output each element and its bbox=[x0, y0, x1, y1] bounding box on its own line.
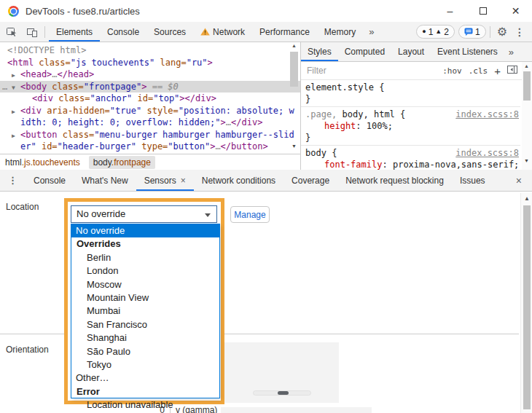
elements-code-line[interactable]: ▶<button class="menu-burger hamburger ha… bbox=[0, 129, 300, 141]
close-button[interactable]: ✕ bbox=[499, 0, 532, 22]
drawer-tab-network-request-blocking[interactable]: Network request blocking bbox=[337, 170, 452, 191]
location-option-san-francisco[interactable]: San Francisco bbox=[71, 318, 219, 331]
location-option-no-override[interactable]: No override bbox=[71, 224, 219, 237]
stylesheet-link[interactable]: index.scss:8 bbox=[455, 147, 519, 159]
treewalker-collapse-icon[interactable]: ▶ bbox=[12, 70, 20, 81]
tab-console[interactable]: Console bbox=[100, 22, 146, 42]
tab-layout[interactable]: Layout bbox=[391, 42, 431, 61]
tab-memory[interactable]: Memory bbox=[317, 22, 363, 42]
close-brace: } bbox=[305, 93, 520, 105]
tab-network[interactable]: Network bbox=[193, 22, 252, 42]
pseudo-class-toggle[interactable]: :hov bbox=[442, 66, 462, 76]
breadcrumb-item-body[interactable]: body.frontpage bbox=[89, 156, 155, 169]
code-token: id= bbox=[138, 93, 154, 103]
new-style-rule-button[interactable]: + bbox=[494, 65, 501, 77]
location-option-mumbai[interactable]: Mumbai bbox=[71, 304, 219, 318]
drawer-close-icon[interactable]: × bbox=[506, 175, 532, 186]
scroll-down-icon[interactable]: ▼ bbox=[289, 143, 299, 149]
location-option-s-o-paulo[interactable]: São Paulo bbox=[71, 345, 219, 358]
device-toolbar-icon[interactable] bbox=[23, 23, 41, 42]
scroll-down-icon[interactable]: ▼ bbox=[522, 158, 531, 163]
css-rule[interactable]: body {index.scss:8font-family: proxima-n… bbox=[301, 146, 520, 170]
location-option-other[interactable]: Other… bbox=[71, 371, 219, 385]
tab-close-icon[interactable]: × bbox=[181, 176, 186, 186]
elements-code-line[interactable]: <div class="anchor" id="top"></div> bbox=[0, 93, 300, 105]
location-option-mountain-view[interactable]: Mountain View bbox=[71, 291, 219, 304]
treewalker-expand-icon[interactable]: ▼ bbox=[12, 82, 20, 93]
location-option-shanghai[interactable]: Shanghai bbox=[71, 331, 219, 345]
more-sidebar-tabs-icon[interactable]: » bbox=[504, 47, 518, 58]
selector-token: .page, bbox=[305, 109, 337, 119]
styles-sidebar: StylesComputedLayoutEvent Listeners» Fil… bbox=[301, 42, 532, 170]
styles-scrollbar[interactable]: ▲ ▼ bbox=[522, 62, 532, 170]
location-option-error[interactable]: Error bbox=[71, 385, 219, 398]
toolbar-divider bbox=[44, 26, 45, 38]
code-token: <!DOCTYPE html> bbox=[7, 45, 86, 55]
location-select[interactable]: No override bbox=[71, 205, 217, 223]
sidebar-toggle-icon[interactable] bbox=[507, 64, 517, 77]
more-panels-icon[interactable]: » bbox=[363, 26, 380, 37]
scroll-up-icon[interactable]: ▲ bbox=[522, 63, 531, 68]
settings-gear-icon[interactable]: ⚙ bbox=[494, 25, 510, 39]
scrollbar-thumb[interactable] bbox=[290, 52, 298, 87]
more-options-icon[interactable]: ⋮ bbox=[510, 26, 532, 38]
drawer-tab-network-conditions[interactable]: Network conditions bbox=[194, 170, 283, 191]
tab-performance[interactable]: Performance bbox=[252, 22, 317, 42]
scroll-up-icon[interactable]: ▲ bbox=[521, 195, 532, 202]
location-option-moscow[interactable]: Moscow bbox=[71, 278, 219, 291]
tab-elements[interactable]: Elements bbox=[49, 22, 100, 42]
elements-code-line[interactable]: er" id="header-burger" type="button">…</… bbox=[0, 141, 300, 153]
property-value: : proxima-nova,sans-serif; bbox=[382, 160, 519, 170]
elements-code-line[interactable]: <html class="js touchevents" lang="ru"> bbox=[0, 57, 300, 69]
scrollbar-thumb[interactable] bbox=[523, 205, 531, 409]
scroll-up-icon[interactable]: ▲ bbox=[289, 43, 299, 48]
class-toggle[interactable]: .cls bbox=[469, 66, 488, 76]
location-option-tokyo[interactable]: Tokyo bbox=[71, 358, 219, 371]
code-token: … bbox=[226, 117, 231, 127]
location-option-berlin[interactable]: Berlin bbox=[71, 251, 219, 264]
drawer-tab-issues[interactable]: Issues bbox=[452, 170, 493, 191]
tab-styles[interactable]: Styles bbox=[301, 42, 338, 61]
styles-filter-input[interactable]: Filter bbox=[307, 66, 436, 76]
breadcrumb-item-html[interactable]: html.js.touchevents bbox=[5, 157, 80, 168]
code-token: <div bbox=[32, 93, 53, 103]
location-option-london[interactable]: London bbox=[71, 264, 219, 278]
css-declaration[interactable]: height: 100%; bbox=[305, 120, 520, 132]
tab-event-listeners[interactable]: Event Listeners bbox=[431, 42, 504, 61]
errors-warnings-badge[interactable]: ● 1 ▲ 2 bbox=[416, 25, 455, 39]
toolbar-divider bbox=[490, 26, 490, 38]
treewalker-collapse-icon[interactable]: ▶ bbox=[12, 130, 20, 141]
elements-code-line[interactable]: ▶<head>…</head> bbox=[0, 68, 300, 81]
manage-button[interactable]: Manage bbox=[230, 206, 270, 223]
issues-badge[interactable]: 1 bbox=[458, 25, 486, 39]
scrollbar-thumb[interactable] bbox=[523, 71, 531, 101]
drawer-tab-console[interactable]: Console bbox=[26, 170, 74, 191]
location-option-overrides[interactable]: Overrides bbox=[71, 237, 219, 251]
code-token: "position: absolute; w bbox=[179, 106, 294, 116]
elements-code-line[interactable]: …▼<body class="frontpage"> == $0 bbox=[0, 81, 300, 93]
drawer-tab-coverage[interactable]: Coverage bbox=[283, 170, 337, 191]
tab-computed[interactable]: Computed bbox=[338, 42, 391, 61]
code-token: style= bbox=[146, 106, 178, 116]
location-option-location-unavailable[interactable]: Location unavailable bbox=[71, 398, 219, 412]
open-brace: { bbox=[374, 82, 384, 93]
tab-sources[interactable]: Sources bbox=[146, 22, 193, 42]
orientation-slider-thumb[interactable] bbox=[278, 391, 289, 395]
css-rule[interactable]: .page, body, html {index.scss:8height: 1… bbox=[301, 107, 520, 146]
css-rule[interactable]: element.style {} bbox=[301, 80, 520, 107]
drawer-tab-what-s-new[interactable]: What's New bbox=[74, 170, 136, 191]
drawer-menu-icon[interactable]: ⋮ bbox=[0, 175, 26, 186]
elements-code-line[interactable]: idth: 0; height: 0; overflow: hidden;">…… bbox=[0, 117, 300, 129]
stylesheet-link[interactable]: index.scss:8 bbox=[455, 109, 519, 120]
elements-code-line[interactable]: <!DOCTYPE html> bbox=[0, 44, 300, 57]
drawer-tab-sensors[interactable]: Sensors× bbox=[136, 170, 194, 191]
maximize-button[interactable] bbox=[466, 0, 499, 22]
elements-code-line[interactable]: ▶<div aria-hidden="true" style="position… bbox=[0, 105, 300, 117]
treewalker-collapse-icon[interactable]: ▶ bbox=[12, 106, 20, 117]
close-brace: } bbox=[305, 132, 520, 143]
css-declaration[interactable]: font-family: proxima-nova,sans-serif; bbox=[305, 159, 520, 170]
elements-scrollbar[interactable]: ▲ ▼ bbox=[289, 42, 299, 154]
inspect-element-icon[interactable] bbox=[3, 23, 20, 42]
minimize-button[interactable]: – bbox=[434, 0, 466, 22]
sensors-scrollbar[interactable]: ▲ bbox=[520, 193, 532, 413]
